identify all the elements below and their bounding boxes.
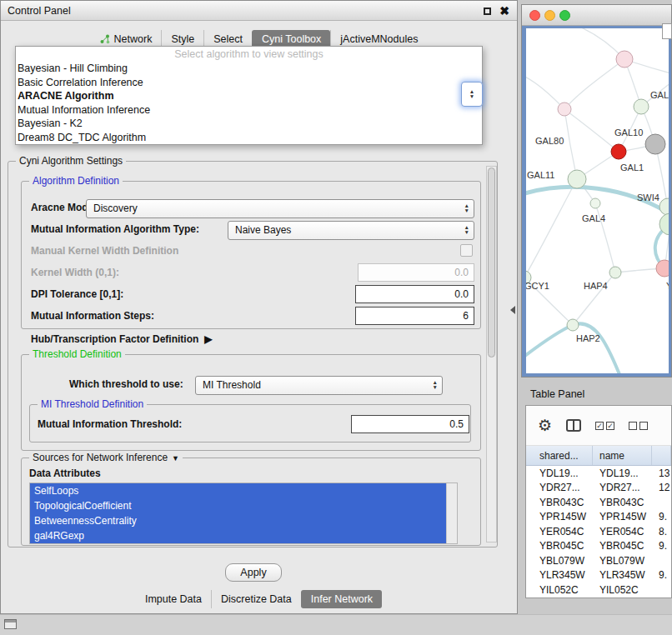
scrollbar-thumb[interactable] — [488, 168, 495, 358]
traffic-light-close-icon[interactable] — [529, 10, 540, 21]
table-toolbar: ⚙ ✓✓ — [526, 406, 671, 446]
algorithm-option[interactable]: Bayesian - Hill Climbing — [16, 62, 482, 76]
table-row[interactable]: YDR27...YDR27...12 — [526, 481, 671, 496]
network-node[interactable] — [611, 144, 626, 159]
algorithm-combobox[interactable]: ▲▼ — [461, 82, 483, 107]
network-edge[interactable] — [564, 109, 577, 179]
network-icon — [100, 34, 110, 44]
settings-scrollbar[interactable] — [486, 166, 497, 542]
network-scrollbar[interactable] — [662, 23, 672, 39]
attribute-item[interactable]: gal4RGexp — [30, 528, 446, 543]
table-cell: YDR27... — [593, 482, 652, 493]
network-edge[interactable] — [526, 179, 577, 278]
network-graph: GALGAL80GAL10GAL1GAL11SWI4GAL4GCY1HAP4YH… — [526, 28, 669, 373]
kernel-width-field[interactable]: 0.0 — [358, 263, 474, 282]
node-label: GAL1 — [620, 162, 644, 172]
table-row[interactable]: YBR043CYBR043C — [526, 495, 671, 510]
table-row[interactable]: YPR145WYPR145W9. — [526, 510, 671, 525]
mi-steps-field[interactable]: 6 — [355, 307, 474, 325]
traffic-light-minimize-icon[interactable] — [544, 10, 555, 21]
network-node[interactable] — [568, 170, 586, 188]
attributes-scrollbar[interactable] — [446, 483, 457, 543]
sources-legend-label: Sources for Network Inference — [33, 452, 168, 463]
tab-label: jActiveMNodules — [340, 33, 418, 45]
selected-value: MI Threshold — [203, 379, 261, 391]
hub-tf-definition-toggle[interactable]: Hub/Transcription Factor Definition▶ — [31, 333, 213, 345]
column-header-shared-name[interactable]: shared... — [526, 446, 593, 465]
network-edge[interactable] — [564, 109, 619, 152]
dpi-tolerance-field[interactable]: 0.0 — [355, 285, 474, 303]
tab-label: Style — [171, 33, 194, 45]
mi-threshold-field[interactable]: 0.5 — [351, 415, 469, 433]
algorithm-option[interactable]: Mutual Information Inference — [16, 103, 482, 118]
deselect-all-checks-icon[interactable] — [629, 422, 648, 430]
network-node[interactable] — [659, 198, 669, 215]
apply-button[interactable]: Apply — [225, 563, 282, 582]
which-threshold-label: Which threshold to use: — [69, 378, 183, 390]
node-label: Y — [666, 281, 669, 291]
table-row[interactable]: YER054CYER054C8. — [526, 524, 671, 539]
algorithm-dropdown: Select algorithm to view settings Bayesi… — [15, 46, 483, 145]
network-node[interactable] — [656, 260, 669, 277]
manual-kernel-checkbox[interactable] — [460, 244, 473, 257]
network-node[interactable] — [634, 99, 649, 114]
table-cell: YIL052C — [526, 584, 593, 596]
tab-discretize-data[interactable]: Discretize Data — [211, 590, 301, 608]
table-row[interactable]: YBR045CYBR045C9. — [526, 539, 671, 554]
algorithm-option[interactable]: Basic Correlation Inference — [16, 76, 482, 90]
gear-icon[interactable]: ⚙ — [538, 416, 552, 435]
table-row[interactable]: YDL19...YDL19...13 — [526, 466, 671, 481]
attribute-item[interactable]: SelfLoops — [30, 483, 446, 498]
mi-threshold-label: Mutual Information Threshold: — [38, 418, 182, 430]
network-node[interactable] — [616, 51, 633, 68]
dpi-tolerance-label: DPI Tolerance [0,1]: — [31, 288, 123, 300]
network-node[interactable] — [558, 102, 571, 116]
mi-algorithm-type-select[interactable]: Naive Bayes ▲▼ — [228, 221, 474, 240]
table-cell: YLR345W — [526, 569, 593, 581]
network-edge[interactable] — [526, 74, 564, 109]
column-header-name[interactable]: name — [593, 446, 652, 465]
columns-icon[interactable] — [566, 419, 581, 432]
table-cell: YER054C — [593, 526, 652, 538]
tab-label: Cyni Toolbox — [262, 33, 321, 45]
close-icon[interactable]: ✖ — [499, 6, 509, 16]
tab-impute-data[interactable]: Impute Data — [136, 590, 211, 608]
sources-toggle[interactable]: Sources for Network Inference▼ — [29, 452, 183, 463]
panel-collapse-arrow[interactable] — [510, 306, 515, 314]
table-cell: YLR345W — [593, 569, 652, 581]
control-panel-titlebar[interactable]: Control Panel ✖ — [1, 1, 517, 21]
attribute-item[interactable]: BetweennessCentrality — [30, 513, 446, 528]
network-node[interactable] — [645, 134, 665, 154]
table-panel: ⚙ ✓✓ shared... name YDL19...YDL19...13YD… — [525, 405, 672, 598]
table-cell: 8. — [652, 526, 671, 538]
algorithm-option[interactable]: Bayesian - K2 — [16, 117, 482, 131]
group-legend: Algorithm Definition — [29, 175, 123, 187]
node-label: GAL80 — [535, 136, 564, 146]
network-node[interactable] — [590, 198, 600, 208]
network-canvas[interactable]: GALGAL80GAL10GAL1GAL11SWI4GAL4GCY1HAP4YH… — [526, 28, 669, 373]
network-node[interactable] — [567, 319, 579, 331]
table-row[interactable]: YLR345WYLR345W9. — [526, 568, 671, 583]
algorithm-dropdown-items: Bayesian - Hill ClimbingBasic Correlatio… — [16, 62, 482, 144]
table-cell: 9. — [652, 511, 671, 522]
attribute-item[interactable]: TopologicalCoefficient — [30, 498, 446, 513]
restore-icon[interactable] — [484, 8, 491, 15]
network-edge[interactable] — [564, 59, 624, 109]
aracne-mode-select[interactable]: Discovery ▲▼ — [86, 199, 474, 218]
column-header-extra[interactable] — [652, 446, 671, 465]
network-window-titlebar[interactable] — [522, 5, 671, 26]
algorithm-option[interactable]: ARACNE Algorithm — [16, 89, 482, 103]
network-view-window: GALGAL80GAL10GAL1GAL11SWI4GAL4GCY1HAP4YH… — [521, 4, 672, 378]
node-label: HAP2 — [576, 333, 600, 343]
table-cell: YBR045C — [593, 540, 652, 552]
traffic-light-zoom-icon[interactable] — [559, 10, 570, 21]
network-node[interactable] — [609, 267, 621, 278]
select-all-checks-icon[interactable]: ✓✓ — [595, 422, 614, 430]
tab-infer-network[interactable]: Infer Network — [301, 590, 382, 608]
table-row[interactable]: YIL052CYIL052C — [526, 582, 671, 598]
which-threshold-select[interactable]: MI Threshold ▲▼ — [195, 376, 443, 395]
algorithm-option[interactable]: Dream8 DC_TDC Algorithm — [16, 131, 482, 145]
table-row[interactable]: YBL079WYBL079W — [526, 553, 671, 568]
minimized-panel-icon[interactable] — [4, 619, 17, 629]
data-attributes-listbox[interactable]: SelfLoopsTopologicalCoefficientBetweenne… — [29, 482, 458, 544]
